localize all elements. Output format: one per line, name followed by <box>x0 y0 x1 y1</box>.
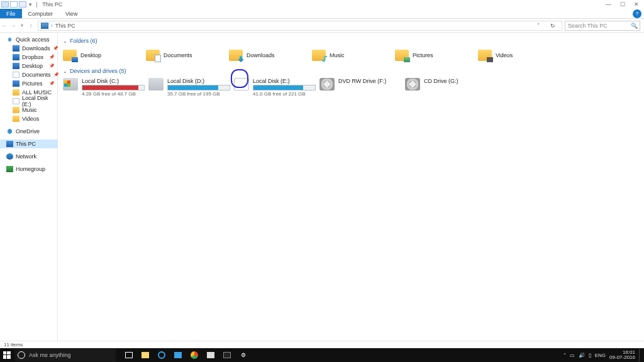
sidebar-item-local-disk-e[interactable]: Local Disk (E:) <box>0 97 57 106</box>
taskbar-app[interactable] <box>171 349 185 361</box>
explorer-icon <box>1 1 9 8</box>
qat-dropdown-icon[interactable]: ▾ <box>28 1 33 8</box>
quick-access-toolbar: ▾ | <box>0 1 37 8</box>
folder-icon <box>13 89 19 96</box>
search-icon: 🔍 <box>631 23 638 29</box>
sidebar-this-pc[interactable]: This PC <box>0 140 57 148</box>
folder-videos[interactable]: Videos <box>478 47 561 64</box>
tray-language[interactable]: ENG <box>595 353 606 358</box>
documents-icon <box>13 72 19 78</box>
folder-icon <box>395 50 409 61</box>
tray-overflow-icon[interactable]: ˄ <box>564 353 566 358</box>
homegroup-icon <box>6 166 13 172</box>
videos-icon <box>13 116 19 122</box>
breadcrumb-location[interactable]: This PC <box>55 23 75 29</box>
sidebar-network[interactable]: Network <box>0 152 57 161</box>
sidebar-quick-access[interactable]: Quick access <box>0 35 57 44</box>
window-title: This PC <box>42 1 62 8</box>
pc-icon <box>6 141 13 147</box>
status-bar: 11 items <box>0 341 644 348</box>
task-view-button[interactable] <box>122 349 136 361</box>
drive-local-disk-c-[interactable]: Local Disk (C:)4.28 GB free of 48.7 GB <box>63 77 148 98</box>
cortana-icon <box>18 351 25 359</box>
taskbar-app-chrome[interactable] <box>187 349 201 361</box>
back-button[interactable]: ← <box>0 23 9 29</box>
taskbar-search[interactable]: Ask me anything <box>15 349 116 361</box>
folder-pictures[interactable]: Pictures <box>395 47 478 64</box>
svg-rect-2 <box>3 355 6 359</box>
maximize-button[interactable]: ☐ <box>620 1 625 8</box>
tab-view[interactable]: View <box>59 9 84 18</box>
tray-volume-icon[interactable]: 🔊 <box>579 353 585 358</box>
sidebar-item-downloads[interactable]: Downloads📌 <box>0 44 57 53</box>
minimize-button[interactable]: — <box>606 1 611 8</box>
folder-icon <box>478 50 492 61</box>
explorer-icon <box>142 352 149 358</box>
sidebar-item-desktop[interactable]: Desktop📌 <box>0 62 57 70</box>
group-header-folders[interactable]: ⌄ Folders (6) <box>63 38 639 44</box>
drive-icon <box>148 78 164 90</box>
help-button[interactable]: ? <box>633 9 641 18</box>
sidebar-item-dropbox[interactable]: Dropbox📌 <box>0 53 57 62</box>
tab-file[interactable]: File <box>0 9 22 18</box>
start-button[interactable] <box>0 348 14 362</box>
taskbar-app-edge[interactable] <box>155 349 169 361</box>
svg-rect-1 <box>7 351 11 354</box>
taskbar-app-store[interactable] <box>220 349 234 361</box>
drive-label: Local Disk (E:) <box>253 78 319 84</box>
desktop-icon <box>13 63 19 69</box>
close-button[interactable]: ✕ <box>634 1 639 8</box>
address-dropdown-icon[interactable]: ˅ <box>533 23 544 29</box>
drive-label: Local Disk (C:) <box>82 78 148 84</box>
drive-dvd-rw-drive-f-[interactable]: DVD RW Drive (F:) <box>319 77 405 98</box>
onedrive-icon <box>6 128 13 134</box>
search-input[interactable]: Search This PC 🔍 <box>565 21 640 31</box>
chevron-down-icon: ⌄ <box>63 38 67 44</box>
taskbar-app-explorer[interactable] <box>138 349 152 361</box>
drive-local-disk-e-[interactable]: Local Disk (E:)41.0 GB free of 221 GB <box>234 77 319 98</box>
taskbar-app[interactable] <box>204 349 218 361</box>
breadcrumb[interactable]: › This PC ˅ ↻ <box>38 21 562 31</box>
tray-clock[interactable]: 18:01 09-07-2016 <box>609 350 635 360</box>
qat-button[interactable] <box>19 1 26 8</box>
group-header-drives[interactable]: ⌄ Devices and drives (5) <box>63 68 639 74</box>
folder-downloads[interactable]: Downloads <box>229 47 312 64</box>
drive-local-disk-d-[interactable]: Local Disk (D:)35.7 GB free of 195 GB <box>148 77 234 98</box>
recent-locations-button[interactable]: ▾ <box>18 23 26 28</box>
network-icon <box>6 153 13 160</box>
up-button[interactable]: ↑ <box>26 23 35 29</box>
pin-icon: 📌 <box>49 63 55 69</box>
drive-free-text: 41.0 GB free of 221 GB <box>253 91 319 97</box>
gear-icon: ⚙ <box>241 352 246 358</box>
sidebar-item-pictures[interactable]: Pictures📌 <box>0 79 57 88</box>
drive-label: DVD RW Drive (F:) <box>338 78 405 84</box>
show-desktop-button[interactable] <box>639 349 641 361</box>
refresh-button[interactable]: ↻ <box>547 23 559 29</box>
usage-bar <box>82 85 145 90</box>
tab-computer[interactable]: Computer <box>22 9 60 18</box>
tray-network-icon[interactable]: ▭ <box>570 353 575 358</box>
drive-cd-drive-g-[interactable]: CD Drive (G:) <box>405 77 491 98</box>
status-item-count: 11 items <box>4 342 23 348</box>
qat-button[interactable] <box>10 1 18 8</box>
folder-desktop[interactable]: Desktop <box>63 47 146 64</box>
sidebar-item-documents[interactable]: Documents📌 <box>0 70 57 79</box>
tray-battery-icon[interactable]: ▯ <box>589 353 591 358</box>
title-bar: ▾ | This PC — ☐ ✕ <box>0 0 644 9</box>
forward-button[interactable]: → <box>9 23 18 29</box>
app-icon <box>174 352 182 358</box>
drive-icon <box>405 78 420 90</box>
content-pane: ⌄ Folders (6) Desktop Documents Download… <box>58 33 644 341</box>
folder-music[interactable]: Music <box>312 47 395 64</box>
sidebar-onedrive[interactable]: OneDrive <box>0 127 57 136</box>
taskbar-app-settings[interactable]: ⚙ <box>236 349 250 361</box>
sidebar-homegroup[interactable]: Homegroup <box>0 165 57 173</box>
navigation-pane: Quick access Downloads📌 Dropbox📌 Desktop… <box>0 33 58 341</box>
folder-icon <box>63 50 77 61</box>
sidebar-item-videos[interactable]: Videos <box>0 114 57 123</box>
chevron-down-icon: ⌄ <box>63 69 67 74</box>
search-placeholder: Ask me anything <box>29 352 71 358</box>
pictures-icon <box>13 80 19 87</box>
drive-icon <box>319 78 335 90</box>
folder-documents[interactable]: Documents <box>146 47 229 64</box>
